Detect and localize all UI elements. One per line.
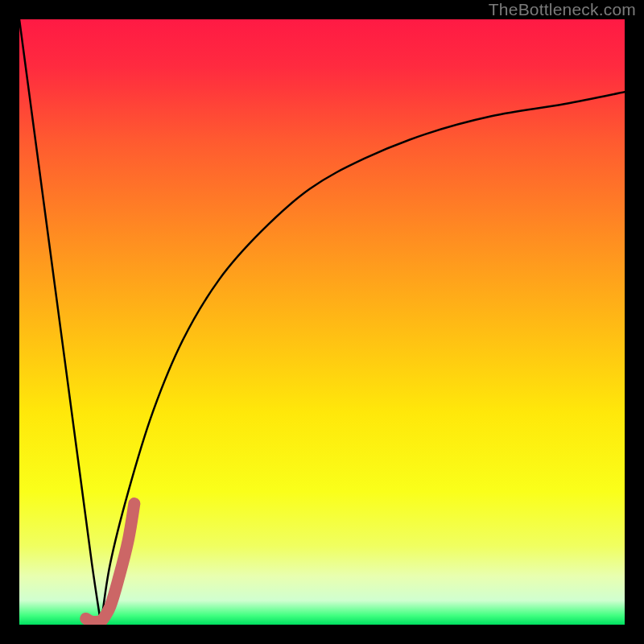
- left-curve: [19, 19, 101, 625]
- curve-layer: [19, 19, 625, 625]
- watermark-text: TheBottleneck.com: [489, 0, 636, 19]
- right-curve: [101, 92, 625, 625]
- chart-frame: TheBottleneck.com: [0, 0, 644, 644]
- plot-area: [19, 19, 625, 625]
